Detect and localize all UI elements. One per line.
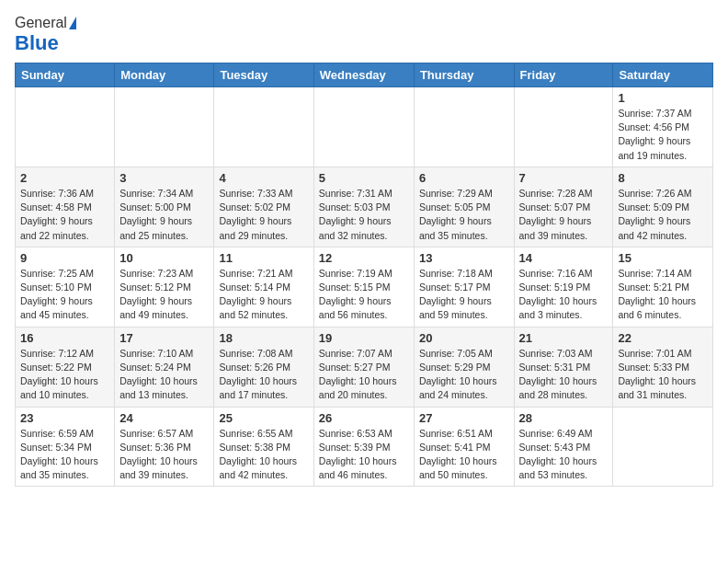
day-info: Sunrise: 6:49 AM Sunset: 5:43 PM Dayligh…: [519, 427, 609, 483]
day-info: Sunrise: 7:12 AM Sunset: 5:22 PM Dayligh…: [20, 347, 109, 403]
calendar-week-row: 23Sunrise: 6:59 AM Sunset: 5:34 PM Dayli…: [16, 407, 713, 487]
day-info: Sunrise: 6:55 AM Sunset: 5:38 PM Dayligh…: [219, 427, 308, 483]
day-info: Sunrise: 7:10 AM Sunset: 5:24 PM Dayligh…: [119, 347, 209, 403]
day-info: Sunrise: 7:26 AM Sunset: 5:09 PM Dayligh…: [618, 187, 708, 243]
calendar-day-cell: [414, 87, 514, 167]
day-number: 7: [519, 171, 609, 185]
day-number: 15: [618, 251, 708, 265]
day-number: 1: [618, 91, 708, 105]
calendar-day-cell: 11Sunrise: 7:21 AM Sunset: 5:14 PM Dayli…: [214, 247, 313, 327]
day-number: 2: [20, 171, 109, 185]
day-of-week-header: Friday: [514, 63, 613, 87]
day-info: Sunrise: 7:14 AM Sunset: 5:21 PM Dayligh…: [618, 267, 708, 323]
calendar-day-cell: 20Sunrise: 7:05 AM Sunset: 5:29 PM Dayli…: [414, 327, 514, 407]
logo-icon: [69, 17, 76, 29]
calendar-day-cell: 10Sunrise: 7:23 AM Sunset: 5:12 PM Dayli…: [115, 247, 214, 327]
day-info: Sunrise: 7:37 AM Sunset: 4:56 PM Dayligh…: [618, 107, 708, 163]
calendar-header-row: SundayMondayTuesdayWednesdayThursdayFrid…: [16, 63, 713, 87]
calendar-day-cell: 7Sunrise: 7:28 AM Sunset: 5:07 PM Daylig…: [514, 167, 613, 247]
calendar-day-cell: 19Sunrise: 7:07 AM Sunset: 5:27 PM Dayli…: [313, 327, 414, 407]
day-info: Sunrise: 6:53 AM Sunset: 5:39 PM Dayligh…: [319, 427, 409, 483]
calendar-week-row: 1Sunrise: 7:37 AM Sunset: 4:56 PM Daylig…: [16, 87, 713, 167]
day-info: Sunrise: 7:19 AM Sunset: 5:15 PM Dayligh…: [319, 267, 409, 323]
day-info: Sunrise: 7:05 AM Sunset: 5:29 PM Dayligh…: [419, 347, 509, 403]
calendar-day-cell: [613, 407, 713, 487]
calendar-day-cell: 14Sunrise: 7:16 AM Sunset: 5:19 PM Dayli…: [514, 247, 613, 327]
day-number: 16: [20, 331, 109, 345]
calendar-day-cell: [16, 87, 115, 167]
calendar-day-cell: 15Sunrise: 7:14 AM Sunset: 5:21 PM Dayli…: [613, 247, 713, 327]
day-number: 17: [119, 331, 209, 345]
logo: General Blue: [15, 15, 76, 55]
day-info: Sunrise: 7:18 AM Sunset: 5:17 PM Dayligh…: [419, 267, 509, 323]
day-number: 19: [319, 331, 409, 345]
day-info: Sunrise: 6:51 AM Sunset: 5:41 PM Dayligh…: [419, 427, 509, 483]
calendar-day-cell: 9Sunrise: 7:25 AM Sunset: 5:10 PM Daylig…: [16, 247, 115, 327]
calendar-week-row: 2Sunrise: 7:36 AM Sunset: 4:58 PM Daylig…: [16, 167, 713, 247]
day-of-week-header: Wednesday: [313, 63, 414, 87]
day-number: 14: [519, 251, 609, 265]
calendar-day-cell: [214, 87, 313, 167]
calendar-day-cell: 12Sunrise: 7:19 AM Sunset: 5:15 PM Dayli…: [313, 247, 414, 327]
day-info: Sunrise: 7:34 AM Sunset: 5:00 PM Dayligh…: [119, 187, 209, 243]
day-number: 12: [319, 251, 409, 265]
calendar-day-cell: 17Sunrise: 7:10 AM Sunset: 5:24 PM Dayli…: [115, 327, 214, 407]
day-info: Sunrise: 7:16 AM Sunset: 5:19 PM Dayligh…: [519, 267, 609, 323]
day-info: Sunrise: 7:33 AM Sunset: 5:02 PM Dayligh…: [219, 187, 308, 243]
calendar-day-cell: [313, 87, 414, 167]
day-info: Sunrise: 6:57 AM Sunset: 5:36 PM Dayligh…: [119, 427, 209, 483]
calendar-day-cell: 26Sunrise: 6:53 AM Sunset: 5:39 PM Dayli…: [313, 407, 414, 487]
day-number: 3: [119, 171, 209, 185]
day-number: 23: [20, 411, 109, 425]
calendar-day-cell: 21Sunrise: 7:03 AM Sunset: 5:31 PM Dayli…: [514, 327, 613, 407]
day-info: Sunrise: 7:36 AM Sunset: 4:58 PM Dayligh…: [20, 187, 109, 243]
day-number: 22: [618, 331, 708, 345]
day-of-week-header: Saturday: [613, 63, 713, 87]
day-number: 24: [119, 411, 209, 425]
calendar-day-cell: [514, 87, 613, 167]
calendar-day-cell: 25Sunrise: 6:55 AM Sunset: 5:38 PM Dayli…: [214, 407, 313, 487]
calendar-day-cell: 18Sunrise: 7:08 AM Sunset: 5:26 PM Dayli…: [214, 327, 313, 407]
calendar-day-cell: [115, 87, 214, 167]
day-number: 13: [419, 251, 509, 265]
calendar-day-cell: 6Sunrise: 7:29 AM Sunset: 5:05 PM Daylig…: [414, 167, 514, 247]
day-number: 28: [519, 411, 609, 425]
calendar-week-row: 16Sunrise: 7:12 AM Sunset: 5:22 PM Dayli…: [16, 327, 713, 407]
calendar-day-cell: 28Sunrise: 6:49 AM Sunset: 5:43 PM Dayli…: [514, 407, 613, 487]
day-number: 27: [419, 411, 509, 425]
calendar-day-cell: 5Sunrise: 7:31 AM Sunset: 5:03 PM Daylig…: [313, 167, 414, 247]
day-info: Sunrise: 7:08 AM Sunset: 5:26 PM Dayligh…: [219, 347, 308, 403]
calendar-day-cell: 4Sunrise: 7:33 AM Sunset: 5:02 PM Daylig…: [214, 167, 313, 247]
day-number: 26: [319, 411, 409, 425]
day-number: 18: [219, 331, 308, 345]
day-info: Sunrise: 7:28 AM Sunset: 5:07 PM Dayligh…: [519, 187, 609, 243]
day-number: 8: [618, 171, 708, 185]
day-info: Sunrise: 7:31 AM Sunset: 5:03 PM Dayligh…: [319, 187, 409, 243]
day-number: 21: [519, 331, 609, 345]
day-number: 20: [419, 331, 509, 345]
day-of-week-header: Thursday: [414, 63, 514, 87]
logo-blue-text: Blue: [15, 31, 59, 55]
day-of-week-header: Sunday: [16, 63, 115, 87]
calendar-day-cell: 22Sunrise: 7:01 AM Sunset: 5:33 PM Dayli…: [613, 327, 713, 407]
day-info: Sunrise: 7:29 AM Sunset: 5:05 PM Dayligh…: [419, 187, 509, 243]
calendar-day-cell: 1Sunrise: 7:37 AM Sunset: 4:56 PM Daylig…: [613, 87, 713, 167]
day-of-week-header: Monday: [115, 63, 214, 87]
day-info: Sunrise: 7:03 AM Sunset: 5:31 PM Dayligh…: [519, 347, 609, 403]
day-info: Sunrise: 7:07 AM Sunset: 5:27 PM Dayligh…: [319, 347, 409, 403]
day-number: 9: [20, 251, 109, 265]
day-number: 11: [219, 251, 308, 265]
calendar-day-cell: 27Sunrise: 6:51 AM Sunset: 5:41 PM Dayli…: [414, 407, 514, 487]
calendar-day-cell: 2Sunrise: 7:36 AM Sunset: 4:58 PM Daylig…: [16, 167, 115, 247]
day-number: 6: [419, 171, 509, 185]
day-number: 10: [119, 251, 209, 265]
day-info: Sunrise: 7:25 AM Sunset: 5:10 PM Dayligh…: [20, 267, 109, 323]
calendar-day-cell: 3Sunrise: 7:34 AM Sunset: 5:00 PM Daylig…: [115, 167, 214, 247]
day-info: Sunrise: 7:01 AM Sunset: 5:33 PM Dayligh…: [618, 347, 708, 403]
calendar-day-cell: 23Sunrise: 6:59 AM Sunset: 5:34 PM Dayli…: [16, 407, 115, 487]
day-number: 4: [219, 171, 308, 185]
calendar-week-row: 9Sunrise: 7:25 AM Sunset: 5:10 PM Daylig…: [16, 247, 713, 327]
day-info: Sunrise: 7:21 AM Sunset: 5:14 PM Dayligh…: [219, 267, 308, 323]
calendar-day-cell: 8Sunrise: 7:26 AM Sunset: 5:09 PM Daylig…: [613, 167, 713, 247]
logo-general-text: General: [15, 15, 67, 31]
